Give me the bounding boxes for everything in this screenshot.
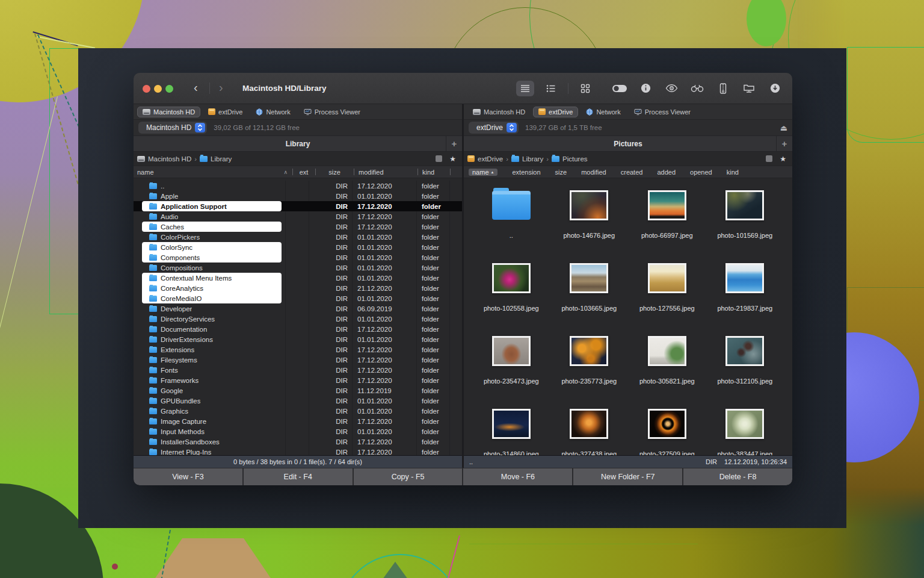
function-button-f7[interactable]: New Folder - F7 (573, 468, 682, 485)
file-row[interactable]: DeveloperDIR06.09.2019folder (134, 303, 462, 314)
breadcrumb-item[interactable]: Macintosh HD (137, 155, 191, 163)
scrollbar-track[interactable] (449, 191, 462, 201)
drive-selector[interactable]: extDrive (469, 122, 519, 134)
grid-item[interactable]: photo-219837.jpeg (706, 255, 784, 328)
scrollbar-track[interactable] (449, 283, 462, 293)
function-button-f5[interactable]: Copy - F5 (354, 468, 463, 485)
grid-item[interactable]: photo-66997.jpeg (628, 182, 706, 255)
scrollbar-track[interactable] (449, 314, 462, 324)
scrollbar-track[interactable] (449, 385, 462, 396)
close-button[interactable] (143, 85, 150, 93)
archive-zip-button[interactable] (714, 81, 732, 96)
breadcrumb-item[interactable]: Library (511, 155, 543, 163)
grid-item[interactable]: photo-14676.jpeg (550, 182, 629, 255)
file-row[interactable]: AppleDIR01.01.2020folder (134, 191, 462, 201)
favorite-star-icon[interactable]: ★ (780, 155, 786, 163)
file-row[interactable]: Contextual Menu ItemsDIR01.01.2020folder (134, 273, 462, 283)
grid-view-button[interactable] (576, 81, 594, 96)
scrollbar-track[interactable] (449, 396, 462, 406)
favorite-star-icon[interactable]: ★ (449, 155, 456, 163)
file-row[interactable]: GraphicsDIR01.01.2020folder (134, 406, 462, 416)
column-header-size[interactable]: size (555, 169, 567, 176)
column-header-name[interactable]: name∧ (134, 166, 292, 178)
file-row[interactable]: CoreMediaIODIR01.01.2020folder (134, 293, 462, 303)
file-row[interactable]: ColorSyncDIR01.01.2020folder (134, 242, 462, 252)
grid-item[interactable]: photo-314860.jpeg (472, 400, 550, 455)
tab-macintosh-hd[interactable]: Macintosh HD (467, 107, 531, 117)
breadcrumb-item[interactable]: Library (200, 155, 232, 163)
drive-stepper[interactable] (507, 123, 517, 132)
info-button[interactable] (636, 81, 654, 96)
new-tab-button[interactable]: + (446, 136, 462, 151)
scrollbar-column[interactable] (450, 166, 462, 178)
scrollbar-track[interactable] (449, 211, 462, 222)
grid-item[interactable]: photo-101569.jpeg (706, 182, 784, 255)
back-button[interactable]: ‹ (194, 73, 198, 104)
file-row[interactable]: GoogleDIR11.12.2019folder (134, 385, 462, 396)
grid-item[interactable]: photo-103665.jpeg (550, 255, 629, 328)
grid-item[interactable]: photo-127556.jpeg (628, 255, 706, 328)
file-row[interactable]: DriverExtensionsDIR01.01.2020folder (134, 334, 462, 344)
scrollbar-track[interactable] (449, 344, 462, 355)
scrollbar-track[interactable] (449, 201, 462, 211)
tab-process-viewer[interactable]: Process Viewer (298, 107, 366, 117)
toggle-button[interactable] (611, 81, 629, 96)
folder-tab[interactable]: Pictures + (464, 136, 792, 152)
folder-tab[interactable]: Library + (134, 136, 462, 152)
tab-macintosh-hd[interactable]: Macintosh HD (137, 107, 200, 117)
file-row[interactable]: InstallerSandboxesDIR17.12.2020folder (134, 437, 462, 447)
function-button-f6[interactable]: Move - F6 (463, 468, 572, 485)
column-header-name[interactable]: name▲ (469, 169, 497, 176)
tab-extdrive[interactable]: extDrive (203, 107, 248, 117)
grid-item[interactable]: photo-327438.jpeg (550, 400, 629, 455)
scrollbar-track[interactable] (449, 222, 462, 232)
pane-mode-icon[interactable] (436, 155, 442, 162)
forward-button[interactable]: › (219, 73, 223, 104)
function-button-f8[interactable]: Delete - F8 (683, 468, 792, 485)
column-header-extension[interactable]: extension (512, 169, 540, 176)
file-row[interactable]: DocumentationDIR17.12.2020folder (134, 324, 462, 334)
file-row[interactable]: ExtensionsDIR17.12.2020folder (134, 344, 462, 355)
column-header-kind[interactable]: kind (417, 166, 450, 178)
file-row[interactable]: Input MethodsDIR01.01.2020folder (134, 426, 462, 437)
grid-item[interactable]: photo-235773.jpeg (550, 328, 629, 400)
file-row[interactable]: Application SupportDIR17.12.2020folder (134, 201, 462, 211)
search-binoculars-button[interactable] (688, 81, 706, 96)
column-header-kind[interactable]: kind (727, 169, 739, 176)
file-row[interactable]: ..DIR17.12.2020folder (134, 181, 462, 191)
scrollbar-track[interactable] (449, 263, 462, 273)
drive-stepper[interactable] (195, 123, 205, 132)
file-row[interactable]: FontsDIR17.12.2020folder (134, 365, 462, 375)
scrollbar-track[interactable] (449, 416, 462, 426)
scrollbar-track[interactable] (449, 242, 462, 252)
file-row[interactable]: CoreAnalyticsDIR21.12.2020folder (134, 283, 462, 293)
breadcrumb-item[interactable]: Pictures (552, 155, 588, 163)
file-row[interactable]: ColorPickersDIR01.01.2020folder (134, 232, 462, 242)
column-header-opened[interactable]: opened (690, 169, 712, 176)
grid-item[interactable]: photo-327509.jpeg (628, 400, 706, 455)
list-view-button[interactable] (516, 81, 534, 96)
function-button-f3[interactable]: View - F3 (134, 468, 242, 485)
scrollbar-track[interactable] (449, 375, 462, 385)
scrollbar-track[interactable] (449, 365, 462, 375)
file-row[interactable]: ComponentsDIR01.01.2020folder (134, 252, 462, 263)
grid-item[interactable]: photo-102558.jpeg (472, 255, 550, 328)
download-button[interactable] (766, 81, 784, 96)
file-row[interactable]: GPUBundlesDIR01.01.2020folder (134, 396, 462, 406)
scrollbar-track[interactable] (449, 355, 462, 365)
network-folder-button[interactable] (740, 81, 758, 96)
tab-extdrive[interactable]: extDrive (533, 107, 578, 117)
file-row[interactable]: DirectoryServicesDIR01.01.2020folder (134, 314, 462, 324)
column-header-ext[interactable]: ext (292, 166, 315, 178)
function-button-f4[interactable]: Edit - F4 (244, 468, 353, 485)
eject-icon[interactable]: ⏏ (780, 123, 787, 132)
file-row[interactable]: FilesystemsDIR17.12.2020folder (134, 355, 462, 365)
drive-selector[interactable]: Macintosh HD (138, 122, 207, 134)
pane-mode-icon[interactable] (766, 155, 772, 162)
column-header-size[interactable]: size (315, 166, 354, 178)
tab-network[interactable]: Network (581, 107, 626, 117)
grid-item[interactable]: photo-305821.jpeg (628, 328, 706, 400)
grid-item[interactable]: photo-312105.jpeg (706, 328, 784, 400)
column-header-modified[interactable]: modified (354, 166, 417, 178)
preview-eye-button[interactable] (662, 81, 680, 96)
